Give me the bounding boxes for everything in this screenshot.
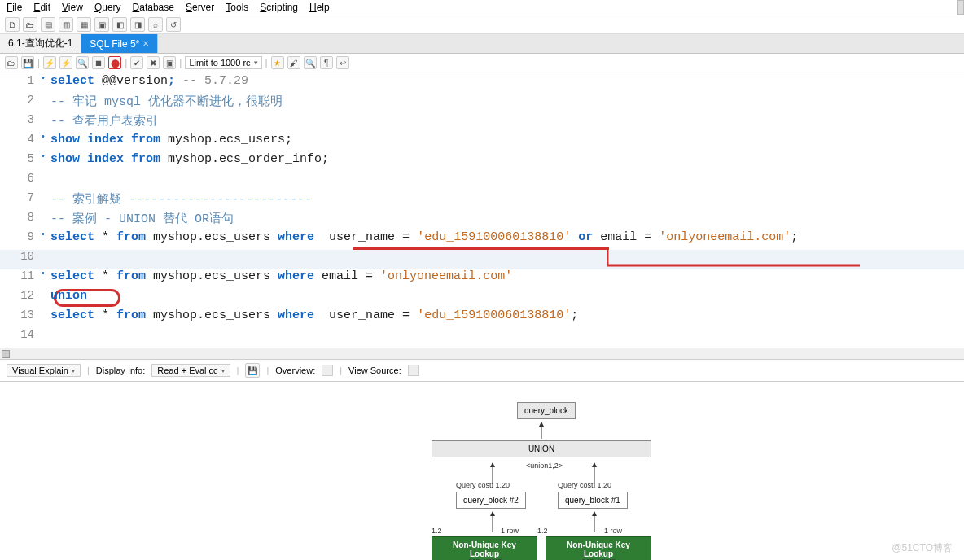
toolbar-btn-10-icon[interactable]: ↺ <box>166 17 181 32</box>
tab-label: 6.1-查询优化-1 <box>8 37 72 50</box>
code-line[interactable]: 8-- 案例 - UNION 替代 OR语句 <box>0 211 964 230</box>
code-line[interactable]: 1•select @@version; -- 5.7.29 <box>0 74 964 94</box>
line-number: 11 <box>0 269 41 282</box>
code-line[interactable]: 2-- 牢记 mysql 优化器不断进化，很聪明 <box>0 94 964 113</box>
close-icon[interactable]: ✕ <box>142 39 149 48</box>
rows-2: 1 row <box>501 527 519 535</box>
code-line[interactable]: 3-- 查看用户表索引 <box>0 113 964 133</box>
code-line[interactable]: 11•select * from myshop.ecs_users where … <box>0 269 964 289</box>
toolbar-btn-8-icon[interactable]: ◨ <box>130 17 145 32</box>
view-source-label: View Source: <box>348 365 401 375</box>
line-number: 6 <box>0 172 41 185</box>
new-sql-icon[interactable]: 🗋 <box>5 17 20 32</box>
node-query-block-2[interactable]: query_block #2 <box>456 492 526 509</box>
toolbar-btn-9-icon[interactable]: ⌕ <box>148 17 163 32</box>
code-content: select * from myshop.ecs_users where ema… <box>50 269 512 283</box>
overview-label: Overview: <box>275 365 315 375</box>
cost-num-1: 1.2 <box>537 527 548 535</box>
line-number: 12 <box>0 289 41 302</box>
sql-editor[interactable]: 1•select @@version; -- 5.7.292-- 牢记 mysq… <box>0 72 964 348</box>
execute-step-icon[interactable]: ⚡ <box>59 56 72 69</box>
menu-server[interactable]: Server <box>186 2 214 13</box>
code-line[interactable]: 9•select * from myshop.ecs_users where u… <box>0 230 964 250</box>
explain-icon[interactable]: 🔍 <box>76 56 89 69</box>
find-icon[interactable]: 🔍 <box>304 56 317 69</box>
display-info-dropdown[interactable]: Read + Eval cc <box>151 364 230 377</box>
autocommit-icon[interactable]: ▣ <box>163 56 176 69</box>
stop-icon[interactable]: ⏹ <box>92 56 105 69</box>
menu-tools[interactable]: Tools <box>226 2 248 13</box>
code-line[interactable]: 14 <box>0 328 964 348</box>
menu-view[interactable]: View <box>62 2 83 13</box>
rollback-icon[interactable]: ✖ <box>147 56 160 69</box>
line-number: 8 <box>0 211 41 224</box>
code-content: union <box>50 289 87 303</box>
query-cost-2-label: Query cost: 1.20 <box>456 481 510 489</box>
panel-expand-icon[interactable] <box>957 0 964 15</box>
line-number: 5 <box>0 152 41 165</box>
commit-icon[interactable]: ✔ <box>130 56 143 69</box>
code-line[interactable]: 10 <box>0 250 964 269</box>
toolbar-btn-4-icon[interactable]: ▥ <box>59 17 73 32</box>
beautify-icon[interactable]: ★ <box>271 56 284 69</box>
menu-help[interactable]: Help <box>309 2 330 13</box>
visual-explain-dropdown[interactable]: Visual Explain <box>7 364 81 377</box>
toolbar-btn-3-icon[interactable]: ▤ <box>41 17 55 32</box>
menu-scripting[interactable]: Scripting <box>260 2 298 13</box>
code-line[interactable]: 6 <box>0 172 964 191</box>
statement-dot-icon: • <box>41 230 50 239</box>
save-icon[interactable]: 💾 <box>21 56 34 69</box>
wrap-icon[interactable]: ↩ <box>336 56 349 69</box>
code-content: -- 查看用户表索引 <box>50 113 158 129</box>
visual-explain-pane[interactable]: query_block UNION <union1,2> Query cost:… <box>0 382 964 560</box>
menu-query[interactable]: Query <box>94 2 121 13</box>
query-cost-1-label: Query cost: 1.20 <box>558 481 611 489</box>
invisible-chars-icon[interactable]: ¶ <box>320 56 333 69</box>
rows-1: 1 row <box>604 527 622 535</box>
limit-rows-dropdown[interactable]: Limit to 1000 rc <box>185 56 261 69</box>
code-line[interactable]: 12union <box>0 289 964 308</box>
code-line[interactable]: 5•show index from myshop.ecs_order_info; <box>0 152 964 172</box>
code-line[interactable]: 7-- 索引解疑 ------------------------- <box>0 191 964 211</box>
menu-file[interactable]: File <box>7 2 22 13</box>
tab-query-opt[interactable]: 6.1-查询优化-1 <box>0 34 81 53</box>
node-query-block[interactable]: query_block <box>517 402 576 419</box>
node-union[interactable]: UNION <box>432 440 651 457</box>
cost-num-2: 1.2 <box>432 527 442 535</box>
line-number: 2 <box>0 94 41 107</box>
menu-database[interactable]: Database <box>133 2 174 13</box>
save-image-icon[interactable]: 💾 <box>245 363 260 378</box>
code-content: -- 索引解疑 ------------------------- <box>50 191 312 207</box>
toolbar-btn-6-icon[interactable]: ▣ <box>94 17 109 32</box>
statement-dot-icon: • <box>41 152 50 161</box>
table-1: ecs_users <box>582 557 616 560</box>
code-content: show index from myshop.ecs_users; <box>50 133 292 147</box>
node-query-block-1[interactable]: query_block #1 <box>558 492 628 509</box>
brush-icon[interactable]: 🖌 <box>287 56 300 69</box>
tab-sql-file-5[interactable]: SQL File 5* ✕ <box>81 34 158 53</box>
line-number: 9 <box>0 230 41 243</box>
overview-icon[interactable] <box>322 365 333 376</box>
toolbar-btn-5-icon[interactable]: ▦ <box>77 17 91 32</box>
code-content: -- 牢记 mysql 优化器不断进化，很聪明 <box>50 94 283 109</box>
line-number: 7 <box>0 191 41 204</box>
menu-edit[interactable]: Edit <box>33 2 50 13</box>
menu-bar: File Edit View Query Database Server Too… <box>0 0 964 15</box>
toggle-icon[interactable]: ⬤ <box>108 56 121 69</box>
statement-dot-icon: • <box>41 74 50 83</box>
execute-icon[interactable]: ⚡ <box>43 56 56 69</box>
open-sql-icon[interactable]: 🗁 <box>23 17 37 32</box>
open-file-icon[interactable]: 🗁 <box>5 56 18 69</box>
table-2: ecs_users <box>468 557 502 560</box>
code-line[interactable]: 4•show index from myshop.ecs_users; <box>0 133 964 152</box>
line-number: 14 <box>0 328 41 341</box>
editor-scrollbar[interactable] <box>0 348 964 359</box>
tab-label: SQL File 5* <box>90 38 139 50</box>
editor-tabs: 6.1-查询优化-1 SQL File 5* ✕ <box>0 34 964 54</box>
view-source-icon[interactable] <box>408 365 419 376</box>
code-line[interactable]: 13select * from myshop.ecs_users where u… <box>0 308 964 328</box>
watermark: @51CTO博客 <box>892 541 953 555</box>
code-content: -- 案例 - UNION 替代 OR语句 <box>50 211 234 226</box>
statement-dot-icon: • <box>41 133 50 142</box>
toolbar-btn-7-icon[interactable]: ◧ <box>112 17 127 32</box>
